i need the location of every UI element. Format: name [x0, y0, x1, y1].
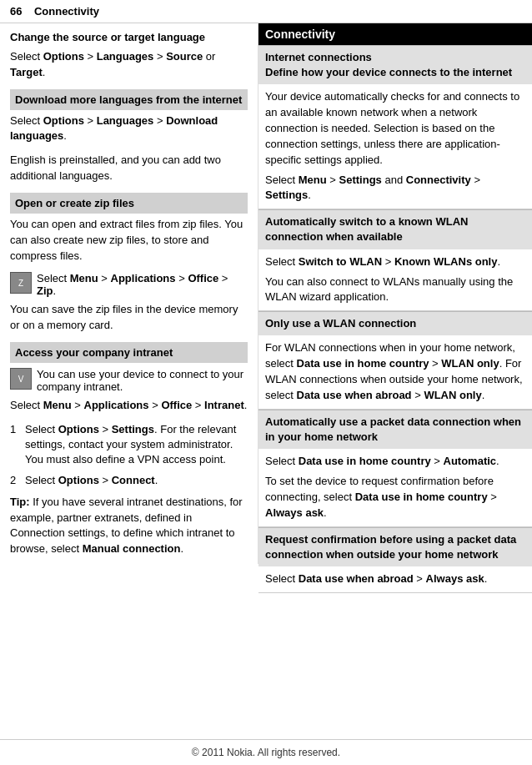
internet-connections-body: Your device automatically checks for and…	[258, 84, 532, 209]
intranet-connect-text: You can use your device to connect to yo…	[37, 368, 248, 393]
english-preinstalled-text: English is preinstalled, and you can add…	[10, 153, 248, 184]
request-confirmation-header: Request confirmation before using a pack…	[258, 527, 532, 566]
section-english-preinstalled: English is preinstalled, and you can add…	[10, 153, 248, 184]
intranet-tip: Tip: If you have several intranet destin…	[10, 495, 248, 557]
section-internet-connections: Internet connectionsDefine how your devi…	[258, 45, 532, 209]
intranet-step-1: 1 Select Options > Settings. For the rel…	[10, 422, 248, 468]
auto-switch-wlan-header: Automatically switch to a known WLAN con…	[258, 209, 532, 249]
section-zip-files: Open or create zip files You can open an…	[10, 193, 248, 264]
page-header: 66 Connectivity	[0, 0, 532, 23]
zip-app-icon: Z	[10, 272, 32, 294]
request-confirmation-title: Request confirmation before using a pack…	[265, 532, 525, 562]
zip-icon-row: Z Select Menu > Applications > Office > …	[10, 272, 248, 297]
auto-switch-wlan-body: Select Switch to WLAN > Known WLANs only…	[258, 249, 532, 312]
auto-switch-wlan-select: Select Switch to WLAN > Known WLANs only…	[265, 254, 525, 270]
zip-select-menu: Select Menu > Applications > Office > Zi…	[37, 272, 248, 297]
internet-connections-select: Select Menu > Settings and Connectivity …	[265, 173, 525, 204]
only-wlan-desc: For WLAN connections when in your home n…	[265, 340, 525, 403]
right-col-title: Connectivity	[265, 28, 335, 41]
intranet-steps: 1 Select Options > Settings. For the rel…	[10, 422, 248, 488]
left-column: Change the source or target language Sel…	[0, 23, 258, 564]
section-intranet-menu: Select Menu > Applications > Office > In…	[10, 398, 248, 414]
section-intranet: Access your company intranet	[10, 342, 248, 363]
auto-packet-data-body: Select Data use in home country > Automa…	[258, 449, 532, 526]
page-footer: © 2011 Nokia. All rights reserved.	[0, 739, 532, 765]
zip-files-body: You can open and extract files from zip …	[10, 217, 248, 264]
auto-packet-data-header: Automatically use a packet data connecti…	[258, 410, 532, 449]
page-title: Connectivity	[34, 5, 99, 18]
auto-switch-wlan-note: You can also connect to WLANs manually u…	[265, 274, 525, 306]
right-col-header: Connectivity	[258, 23, 532, 45]
section-only-wlan: Only use a WLAN connection For WLAN conn…	[258, 311, 532, 410]
auto-packet-data-select: Select Data use in home country > Automa…	[265, 454, 525, 470]
request-confirmation-select: Select Data use when abroad > Always ask…	[265, 571, 525, 587]
only-wlan-header: Only use a WLAN connection	[258, 311, 532, 335]
auto-switch-wlan-title: Automatically switch to a known WLAN con…	[265, 214, 525, 244]
intranet-app-icon: V	[10, 368, 32, 390]
zip-files-header: Open or create zip files	[10, 193, 248, 214]
request-confirmation-body: Select Data use when abroad > Always ask…	[258, 566, 532, 593]
section-change-language-title: Change the source or target language	[10, 30, 248, 46]
auto-packet-data-title: Automatically use a packet data connecti…	[265, 415, 525, 445]
save-zip-text: You can save the zip files in the device…	[10, 302, 248, 334]
section-save-zip: You can save the zip files in the device…	[10, 302, 248, 334]
section-download-languages: Download more languages from the interne…	[10, 89, 248, 145]
only-wlan-title: Only use a WLAN connection	[265, 316, 525, 331]
intranet-menu-text: Select Menu > Applications > Office > In…	[10, 398, 248, 414]
intranet-step-2: 2 Select Options > Connect.	[10, 473, 248, 488]
internet-connections-header: Internet connectionsDefine how your devi…	[258, 45, 532, 84]
main-content: Change the source or target language Sel…	[0, 23, 532, 593]
download-languages-header: Download more languages from the interne…	[10, 89, 248, 110]
footer-text: © 2011 Nokia. All rights reserved.	[192, 747, 340, 758]
section-request-confirmation: Request confirmation before using a pack…	[258, 527, 532, 593]
intranet-header: Access your company intranet	[10, 342, 248, 363]
only-wlan-body: For WLAN connections when in your home n…	[258, 335, 532, 409]
section-change-language: Change the source or target language Sel…	[10, 30, 248, 81]
right-column: Connectivity Internet connectionsDefine …	[258, 23, 532, 593]
page-number: 66	[10, 5, 22, 18]
auto-packet-data-note: To set the device to request confirmatio…	[265, 474, 525, 521]
section-auto-switch-wlan: Automatically switch to a known WLAN con…	[258, 209, 532, 311]
internet-connections-desc: Your device automatically checks for and…	[265, 89, 525, 168]
internet-connections-title: Internet connectionsDefine how your devi…	[265, 50, 525, 80]
download-languages-body: Select Options > Languages > Download la…	[10, 113, 248, 145]
section-auto-packet-data: Automatically use a packet data connecti…	[258, 410, 532, 527]
intranet-icon-row: V You can use your device to connect to …	[10, 368, 248, 393]
section-change-language-body: Select Options > Languages > Source or T…	[10, 49, 248, 81]
